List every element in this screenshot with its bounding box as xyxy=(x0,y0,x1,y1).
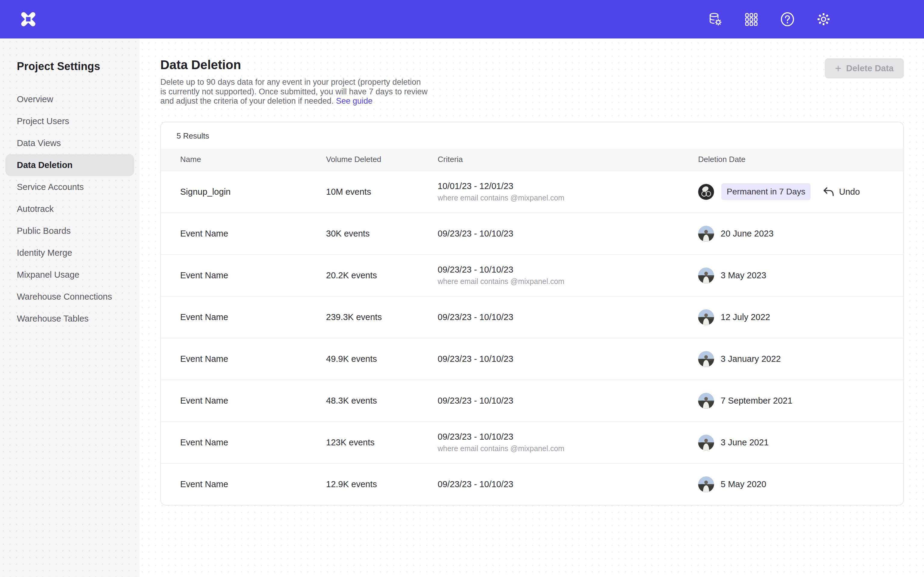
sidebar-item[interactable]: Identity Merge xyxy=(5,242,134,264)
page-description-text: Delete up to 90 days data for any event … xyxy=(160,77,427,105)
settings-gear-icon[interactable] xyxy=(816,12,831,26)
cell-volume: 20.2K events xyxy=(326,271,438,280)
table-row: Event Name 30K events 09/23/23 - 10/10/2… xyxy=(161,213,903,254)
undo-icon xyxy=(823,187,834,197)
cell-criteria: 09/23/23 - 10/10/23 xyxy=(438,396,698,406)
cell-criteria: 09/23/23 - 10/10/23 where email contains… xyxy=(438,265,698,286)
criteria-range: 09/23/23 - 10/10/23 xyxy=(438,432,698,442)
cell-deletion-date: 20 June 2023 xyxy=(698,226,884,242)
data-settings-icon[interactable] xyxy=(708,12,722,26)
apps-grid-icon[interactable] xyxy=(744,12,759,26)
see-guide-link[interactable]: See guide xyxy=(336,97,373,105)
cell-volume: 239.3K events xyxy=(326,312,438,322)
delete-data-button[interactable]: + Delete Data xyxy=(825,58,904,79)
table-row: Event Name 49.9K events 09/23/23 - 10/10… xyxy=(161,338,903,380)
criteria-filter: where email contains @mixpanel.com xyxy=(438,277,698,286)
cell-name: Event Name xyxy=(180,312,326,322)
sidebar-item-label: Autotrack xyxy=(5,204,54,214)
table-row: Event Name 239.3K events 09/23/23 - 10/1… xyxy=(161,296,903,338)
cell-criteria: 09/23/23 - 10/10/23 where email contains… xyxy=(438,432,698,453)
top-bar xyxy=(0,0,924,39)
table-row: Event Name 123K events 09/23/23 - 10/10/… xyxy=(161,421,903,463)
main-content: Data Deletion Delete up to 90 days data … xyxy=(140,39,924,577)
avatar-photo xyxy=(698,435,714,450)
table-body: Signup_login 10M events 10/01/23 - 12/01… xyxy=(161,171,903,505)
cell-volume: 48.3K events xyxy=(326,396,438,406)
sidebar-item[interactable]: Data Views xyxy=(5,132,134,154)
deletion-date-text: 3 May 2023 xyxy=(720,271,766,280)
cell-deletion-date: 3 May 2023 xyxy=(698,268,884,284)
sidebar-nav: Overview Project Users Data Views Data D… xyxy=(0,89,140,330)
criteria-range: 09/23/23 - 10/10/23 xyxy=(438,265,698,275)
cell-volume: 30K events xyxy=(326,229,438,239)
cell-criteria: 09/23/23 - 10/10/23 xyxy=(438,479,698,489)
deletion-date-text: 20 June 2023 xyxy=(720,229,774,239)
cell-name: Event Name xyxy=(180,479,326,489)
cell-name: Signup_login xyxy=(180,187,326,197)
plus-icon: + xyxy=(835,63,841,74)
avatar-photo xyxy=(698,226,714,242)
mixpanel-logo-icon[interactable] xyxy=(17,8,40,31)
cell-name: Event Name xyxy=(180,229,326,239)
sidebar-item[interactable]: Autotrack xyxy=(5,198,134,220)
criteria-range: 09/23/23 - 10/10/23 xyxy=(438,396,698,406)
table-row: Signup_login 10M events 10/01/23 - 12/01… xyxy=(161,171,903,213)
sidebar-item[interactable]: Data Deletion xyxy=(5,154,134,176)
cell-deletion-date: 5 May 2020 xyxy=(698,476,884,492)
column-header-volume: Volume Deleted xyxy=(326,155,438,164)
criteria-range: 10/01/23 - 12/01/23 xyxy=(438,181,698,191)
cell-criteria: 09/23/23 - 10/10/23 xyxy=(438,354,698,364)
criteria-range: 09/23/23 - 10/10/23 xyxy=(438,229,698,239)
criteria-range: 09/23/23 - 10/10/23 xyxy=(438,312,698,322)
criteria-range: 09/23/23 - 10/10/23 xyxy=(438,354,698,364)
sidebar-item[interactable]: Service Accounts xyxy=(5,176,134,198)
table-row: Event Name 12.9K events 09/23/23 - 10/10… xyxy=(161,463,903,505)
cell-name: Event Name xyxy=(180,438,326,448)
sidebar-item-label: Data Views xyxy=(5,138,61,148)
undo-label: Undo xyxy=(839,187,859,197)
help-icon[interactable] xyxy=(780,12,795,26)
deletion-date-text: 12 July 2022 xyxy=(720,312,770,322)
sidebar-title: Project Settings xyxy=(17,60,140,73)
sidebar-item-label: Service Accounts xyxy=(5,182,84,192)
page-title: Data Deletion xyxy=(160,58,904,72)
permanent-badge: Permanent in 7 Days xyxy=(721,183,811,200)
avatar-photo xyxy=(698,476,714,492)
cell-name: Event Name xyxy=(180,396,326,406)
table-row: Event Name 48.3K events 09/23/23 - 10/10… xyxy=(161,380,903,421)
sidebar-item[interactable]: Overview xyxy=(5,89,134,110)
cell-criteria: 09/23/23 - 10/10/23 xyxy=(438,312,698,322)
cell-name: Event Name xyxy=(180,354,326,364)
criteria-range: 09/23/23 - 10/10/23 xyxy=(438,479,698,489)
sidebar-item[interactable]: Warehouse Connections xyxy=(5,286,134,308)
cell-volume: 10M events xyxy=(326,187,438,197)
cell-deletion-date: 3 June 2021 xyxy=(698,435,884,450)
avatar-photo xyxy=(698,351,714,367)
column-header-criteria: Criteria xyxy=(438,155,698,164)
deletion-date-text: 3 January 2022 xyxy=(720,354,781,364)
sidebar-item[interactable]: Public Boards xyxy=(5,220,134,242)
delete-data-button-label: Delete Data xyxy=(846,63,893,73)
sidebar-item-label: Project Users xyxy=(5,116,69,126)
deletion-date-text: 5 May 2020 xyxy=(720,479,766,489)
sidebar-item[interactable]: Project Users xyxy=(5,110,134,132)
cell-volume: 12.9K events xyxy=(326,479,438,489)
column-header-deletion-date: Deletion Date xyxy=(698,155,884,164)
sidebar-item[interactable]: Warehouse Tables xyxy=(5,308,134,330)
cell-criteria: 10/01/23 - 12/01/23 where email contains… xyxy=(438,181,698,202)
cell-volume: 49.9K events xyxy=(326,354,438,364)
criteria-filter: where email contains @mixpanel.com xyxy=(438,193,698,202)
sidebar-item-label: Warehouse Connections xyxy=(5,292,112,302)
page-description: Delete up to 90 days data for any event … xyxy=(160,77,428,106)
sidebar-item[interactable]: Mixpanel Usage xyxy=(5,264,134,286)
sidebar-item-label: Mixpanel Usage xyxy=(5,270,79,280)
undo-button[interactable]: Undo xyxy=(823,187,859,197)
avatar-dark xyxy=(698,184,714,200)
sidebar: Project Settings Overview Project Users … xyxy=(0,39,140,577)
cell-criteria: 09/23/23 - 10/10/23 xyxy=(438,229,698,239)
cell-volume: 123K events xyxy=(326,438,438,448)
top-nav xyxy=(708,12,831,26)
table-header-row: Name Volume Deleted Criteria Deletion Da… xyxy=(161,148,903,171)
deletion-requests-card: 5 Results Name Volume Deleted Criteria D… xyxy=(160,122,904,506)
deletion-date-text: 3 June 2021 xyxy=(720,438,769,448)
